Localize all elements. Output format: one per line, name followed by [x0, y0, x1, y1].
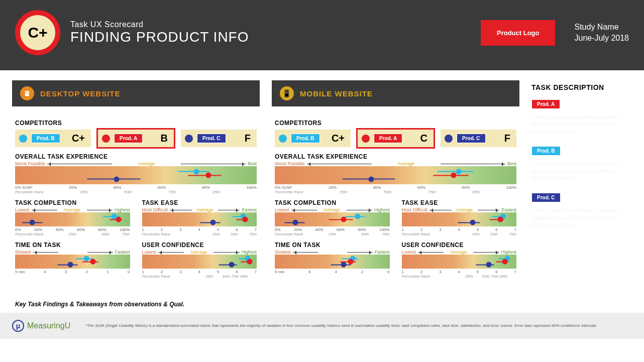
data-point: [210, 220, 216, 225]
overall-chart: OVERALL TASK EXPERIENCEWorst PossibleAve…: [15, 153, 257, 194]
axis-ticks: 1234567: [402, 227, 517, 232]
percentile-ticks: Percentile Rank25th50th75th: [275, 232, 390, 236]
data-point: [229, 262, 234, 268]
competitor-dot: [19, 135, 27, 143]
competitor-chip: Prod. A: [374, 134, 402, 143]
competitor-dot: [362, 135, 370, 143]
platform-desktop: 🖥 DESKTOP WEBSITE COMPETITORSProd. BC+Pr…: [12, 80, 260, 286]
competitor-chip: Prod. B: [31, 134, 60, 143]
competitor-grade: F: [504, 133, 512, 144]
percentile-ticks: Percentile Rank25th50th 75th 95th: [402, 274, 517, 279]
competitor-row: Prod. BC+Prod. ACProd. CF: [275, 130, 516, 147]
header-title: FINDING PRODUCT INFO: [70, 29, 471, 45]
data-point: [456, 169, 461, 174]
axis-ticks: 0% SUM*20%40%60%80%100%: [275, 185, 516, 190]
percentile-ticks: Percentile Rank25th50th75th: [402, 232, 517, 236]
competitor-row: Prod. BC+Prod. ABProd. CF: [15, 130, 257, 147]
header-titles: Task UX Scorecard FINDING PRODUCT INFO: [70, 20, 471, 45]
axis-labels: SlowestFastest: [275, 250, 390, 255]
competitor-grade: F: [245, 133, 253, 144]
competitor-card: Prod. CF: [181, 130, 257, 147]
gradient-bar: [142, 212, 257, 226]
gradient-bar: [402, 255, 517, 269]
study-meta: Study Name June-July 2018: [574, 22, 629, 44]
axis-labels: LowestAverageHighest: [402, 250, 517, 255]
gradient-bar: [275, 166, 516, 184]
competitor-grade: C+: [72, 133, 87, 144]
data-point: [114, 176, 120, 182]
axis-labels: SlowestFastest: [15, 250, 130, 255]
data-point: [247, 259, 253, 265]
percentile-ticks: Percentile Rank25th50th75th95th: [275, 190, 516, 194]
gradient-bar: [275, 255, 390, 269]
task-desc-text: Lorem ipsum dolor sit amet consectetur a…: [531, 114, 632, 135]
task-desc-block: Prod. CLorem ipsum dolor sit amet consec…: [531, 191, 632, 228]
product-chip: Prod. A: [531, 99, 560, 109]
axis-ticks: 5 min43210: [15, 270, 130, 274]
axis-labels: LowestAverageHighest: [15, 207, 130, 212]
data-point: [67, 262, 73, 268]
footnote: *The SUM (Single Usability Metric) is a …: [85, 323, 597, 328]
overall-chart: OVERALL TASK EXPERIENCEWorst PossibleAve…: [275, 153, 516, 194]
axis-ticks: 1234567: [142, 270, 257, 274]
competitor-card: Prod. AC: [358, 130, 434, 147]
percentile-ticks: Percentile Rank25th50th75th: [142, 232, 257, 236]
axis-labels: Most DifficultAverageEasiest: [142, 207, 257, 212]
axis-ticks: 0%20%40%60%80%100%: [275, 227, 390, 232]
header-subtitle: Task UX Scorecard: [70, 20, 471, 29]
content: 🖥 DESKTOP WEBSITE COMPETITORSProd. BC+Pr…: [0, 70, 644, 291]
axis-labels: LowestAverageHighest: [275, 207, 390, 212]
ease-chart: TASK EASEMost DifficultAverageEasiest123…: [402, 199, 517, 236]
gradient-bar: [15, 255, 130, 269]
data-point: [341, 262, 347, 268]
competitor-chip: Prod. C: [197, 134, 226, 143]
data-point: [498, 217, 503, 222]
data-point: [451, 173, 456, 178]
confidence-chart: USER CONFIDENCELowestAverageHighest12345…: [142, 242, 257, 279]
axis-labels: LowestAverageHighest: [142, 250, 257, 255]
axis-ticks: 1234567: [142, 227, 257, 232]
competitor-dot: [102, 135, 110, 143]
competitor-grade: B: [161, 133, 170, 144]
competitor-card: Prod. CF: [441, 130, 516, 147]
axis-ticks: 8 min6420: [275, 270, 390, 274]
competitors-label: COMPETITORS: [275, 119, 516, 127]
gradient-bar: [402, 212, 517, 226]
competitor-chip: Prod. B: [291, 134, 320, 143]
competitor-dot: [445, 135, 453, 143]
data-point: [341, 217, 347, 222]
gradient-bar: [275, 212, 390, 226]
time-chart: TIME ON TASKSlowestFastest5 min43210: [15, 242, 130, 279]
competitor-dot: [185, 135, 193, 143]
measuringu-logo: μ MeasuringU: [12, 320, 70, 332]
product-chip: Prod. C: [531, 193, 561, 202]
data-point: [205, 173, 211, 178]
data-point: [116, 217, 121, 222]
product-logo-box: Product Logo: [481, 20, 556, 46]
confidence-chart: USER CONFIDENCELowestAverageHighest12345…: [402, 242, 517, 279]
data-point: [243, 217, 248, 222]
task-description-title: TASK DESCRIPTION: [531, 83, 632, 91]
header: C+ Task UX Scorecard FINDING PRODUCT INF…: [0, 0, 644, 70]
product-chip: Prod. B: [531, 146, 561, 156]
competitor-chip: Prod. A: [114, 134, 143, 143]
platform-desktop-title: DESKTOP WEBSITE: [40, 89, 120, 98]
gradient-bar: [142, 255, 257, 269]
footer: μ MeasuringU *The SUM (Single Usability …: [0, 313, 644, 339]
platform-mobile-header: 📱 MOBILE WEBSITE: [272, 80, 519, 106]
competitors-label: COMPETITORS: [15, 119, 257, 127]
time-chart: TIME ON TASKSlowestFastest8 min6420: [275, 242, 390, 279]
key-findings: Key Task Findings & Takeaways from obser…: [0, 291, 644, 313]
study-name: Study Name: [574, 22, 629, 33]
completion-chart: TASK COMPLETIONLowestAverageHighest0%20%…: [275, 199, 390, 236]
task-desc-text: Lorem ipsum dolor sit amet consectetur a…: [531, 161, 632, 182]
gradient-bar: [15, 212, 130, 226]
axis-labels: Worst PossibleAverageBest: [275, 161, 516, 166]
brand-name: MeasuringU: [27, 321, 70, 330]
competitor-chip: Prod. C: [457, 134, 486, 143]
desktop-icon: 🖥: [20, 86, 34, 100]
axis-ticks: 1234567: [402, 270, 517, 274]
mobile-icon: 📱: [280, 86, 294, 100]
competitor-grade: C: [420, 133, 430, 144]
competitor-card: Prod. BC+: [275, 130, 351, 147]
